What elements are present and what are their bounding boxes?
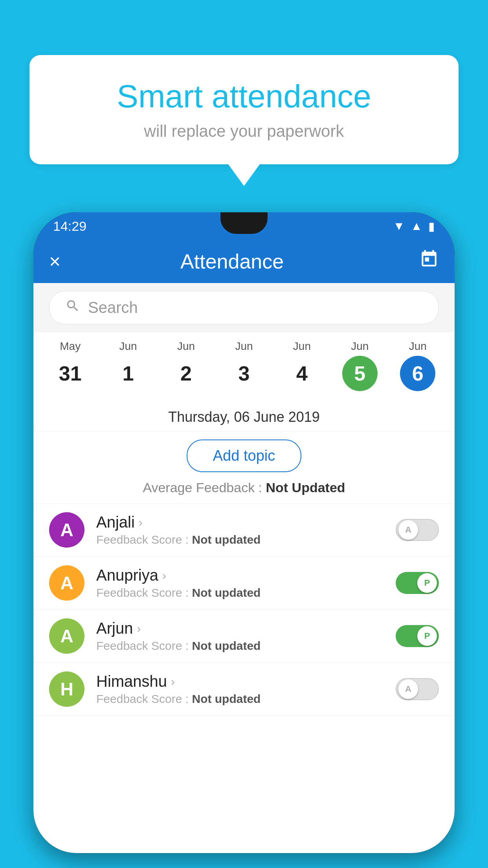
search-bar-container: Search — [33, 283, 455, 332]
calendar-strip: May31Jun1Jun2Jun3Jun4Jun5Jun6 — [33, 332, 455, 399]
phone-frame: 14:29 ▼ ▲ ▮ × Attendance Search — [33, 212, 455, 853]
add-topic-container: Add topic — [33, 432, 455, 480]
average-feedback: Average Feedback : Not Updated — [33, 480, 455, 504]
wifi-icon: ▼ — [393, 219, 405, 233]
student-avatar: A — [49, 512, 84, 548]
toggle-knob: P — [417, 626, 437, 646]
student-name: Arjun › — [96, 620, 396, 637]
student-name: Anjali › — [96, 513, 396, 531]
app-bar: × Attendance — [33, 240, 455, 283]
speech-bubble-arrow — [228, 164, 260, 186]
student-info: Anupriya ›Feedback Score : Not updated — [96, 566, 396, 600]
student-info: Himanshu ›Feedback Score : Not updated — [96, 673, 396, 706]
app-title: Attendance — [45, 250, 419, 273]
student-feedback: Feedback Score : Not updated — [96, 533, 396, 546]
add-topic-button[interactable]: Add topic — [187, 440, 301, 472]
student-info: Anjali ›Feedback Score : Not updated — [96, 513, 396, 546]
attendance-toggle[interactable]: A — [396, 678, 439, 700]
toggle-knob: P — [417, 573, 437, 593]
status-icons: ▼ ▲ ▮ — [393, 219, 435, 233]
student-name: Anupriya › — [96, 566, 396, 584]
calendar-day-1[interactable]: Jun1 — [99, 340, 157, 391]
student-avatar: H — [49, 671, 84, 707]
speech-bubble-container: Smart attendance will replace your paper… — [29, 55, 459, 186]
student-feedback: Feedback Score : Not updated — [96, 586, 396, 600]
notch — [220, 212, 268, 234]
student-item-2[interactable]: AArjun ›Feedback Score : Not updatedP — [33, 610, 455, 663]
student-item-0[interactable]: AAnjali ›Feedback Score : Not updatedA — [33, 504, 455, 557]
calendar-day-4[interactable]: Jun4 — [273, 340, 331, 391]
attendance-toggle[interactable]: P — [396, 572, 439, 594]
status-time: 14:29 — [53, 219, 86, 234]
chevron-right-icon: › — [137, 622, 141, 635]
calendar-icon[interactable] — [419, 249, 439, 274]
avg-feedback-value: Not Updated — [266, 480, 345, 495]
chevron-right-icon: › — [139, 516, 143, 529]
calendar-row: May31Jun1Jun2Jun3Jun4Jun5Jun6 — [33, 340, 455, 391]
toggle-knob: A — [398, 520, 418, 540]
calendar-day-31[interactable]: May31 — [41, 340, 99, 391]
status-bar: 14:29 ▼ ▲ ▮ — [33, 212, 455, 240]
phone-screen: Search May31Jun1Jun2Jun3Jun4Jun5Jun6 Thu… — [33, 283, 455, 853]
speech-bubble-subtitle: will replace your paperwork — [61, 122, 427, 141]
search-bar[interactable]: Search — [49, 291, 439, 324]
selected-date: Thursday, 06 June 2019 — [33, 399, 455, 432]
chevron-right-icon: › — [162, 569, 166, 582]
calendar-day-5[interactable]: Jun5 — [331, 340, 389, 391]
student-name: Himanshu › — [96, 673, 396, 690]
student-list: AAnjali ›Feedback Score : Not updatedAAA… — [33, 504, 455, 716]
calendar-day-6[interactable]: Jun6 — [389, 340, 447, 391]
toggle-knob: A — [398, 679, 418, 699]
calendar-day-2[interactable]: Jun2 — [157, 340, 215, 391]
student-info: Arjun ›Feedback Score : Not updated — [96, 620, 396, 653]
battery-icon: ▮ — [428, 219, 435, 233]
speech-bubble: Smart attendance will replace your paper… — [29, 55, 459, 164]
student-item-3[interactable]: HHimanshu ›Feedback Score : Not updatedA — [33, 663, 455, 716]
signal-icon: ▲ — [411, 219, 422, 233]
avg-feedback-label: Average Feedback : — [143, 480, 266, 495]
student-avatar: A — [49, 618, 84, 654]
search-placeholder: Search — [88, 299, 138, 316]
attendance-toggle[interactable]: A — [396, 519, 439, 541]
student-item-1[interactable]: AAnupriya ›Feedback Score : Not updatedP — [33, 557, 455, 610]
student-feedback: Feedback Score : Not updated — [96, 692, 396, 706]
chevron-right-icon: › — [171, 675, 175, 688]
speech-bubble-title: Smart attendance — [61, 79, 427, 114]
calendar-day-3[interactable]: Jun3 — [215, 340, 273, 391]
attendance-toggle[interactable]: P — [396, 625, 439, 647]
student-avatar: A — [49, 565, 84, 601]
student-feedback: Feedback Score : Not updated — [96, 639, 396, 653]
search-icon — [65, 298, 80, 317]
